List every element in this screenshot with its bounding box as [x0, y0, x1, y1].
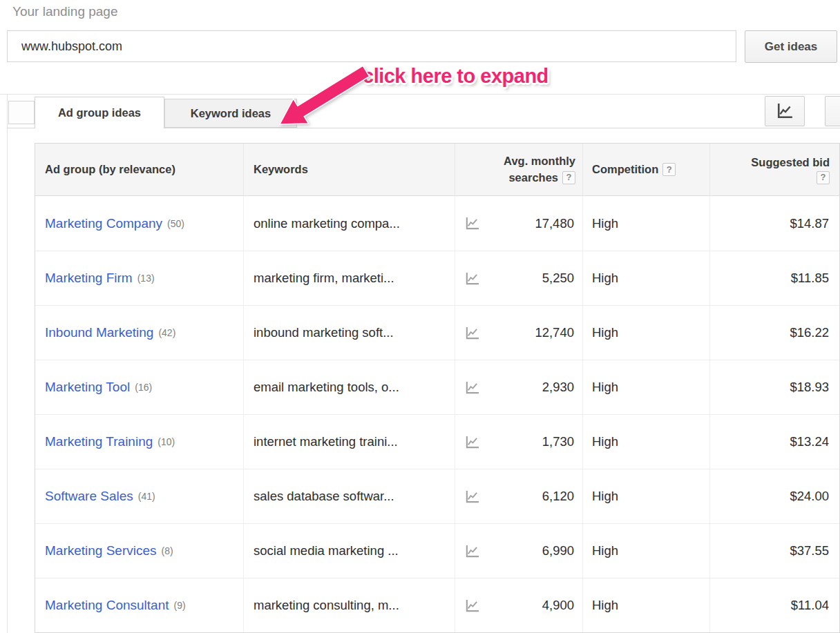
trend-chart-icon[interactable]: [464, 544, 481, 558]
keywords-cell: online marketing compa...: [244, 196, 455, 251]
trend-chart-icon[interactable]: [464, 216, 481, 231]
keyword-count: (8): [162, 545, 173, 556]
searches-value: 2,930: [542, 380, 574, 395]
bid-value: $37.55: [790, 543, 829, 558]
ad-group-cell: Software Sales (41): [35, 469, 244, 523]
ad-group-cell: Marketing Firm (13): [35, 251, 244, 305]
avg-monthly-searches-cell: 6,990: [455, 524, 583, 578]
keywords-text: online marketing compa...: [254, 216, 400, 231]
bid-value: $16.22: [790, 325, 829, 340]
bid-value: $14.87: [790, 216, 829, 231]
keywords-text: marketing consulting, m...: [254, 598, 399, 613]
keywords-text: marketing firm, marketi...: [254, 271, 394, 286]
ad-group-cell: Inbound Marketing (42): [35, 306, 244, 360]
help-icon[interactable]: ?: [562, 171, 575, 184]
keywords-cell: sales database softwar...: [244, 469, 455, 523]
trend-chart-icon[interactable]: [464, 489, 481, 504]
ad-group-link[interactable]: Marketing Company: [45, 216, 162, 231]
searches-value: 4,900: [542, 598, 574, 613]
avg-monthly-searches-cell: 5,250: [455, 251, 583, 305]
annotation-arrow-icon: [275, 66, 372, 131]
avg-monthly-searches-cell: 12,740: [455, 306, 583, 360]
trend-chart-icon[interactable]: [464, 326, 481, 340]
table-row: Software Sales (41) sales database softw…: [35, 469, 839, 523]
avg-monthly-searches-cell: 2,930: [455, 360, 583, 414]
trend-chart-icon[interactable]: [464, 435, 481, 449]
help-icon[interactable]: ?: [817, 171, 830, 184]
searches-value: 5,250: [542, 271, 574, 286]
bid-value: $18.93: [790, 380, 829, 395]
ad-group-link[interactable]: Marketing Training: [45, 434, 153, 449]
trend-chart-icon[interactable]: [464, 380, 481, 395]
secondary-toolbar-button[interactable]: [825, 96, 840, 126]
table-row: Marketing Training (10) internet marketi…: [35, 414, 839, 469]
keywords-text: internet marketing traini...: [254, 434, 398, 449]
table-header-row: Ad group (by relevance) Keywords Avg. mo…: [35, 144, 839, 196]
ad-group-link[interactable]: Marketing Firm: [45, 271, 133, 286]
searches-value: 6,120: [542, 489, 574, 504]
competition-cell: High: [583, 360, 710, 414]
searches-value: 12,740: [535, 325, 574, 340]
keywords-cell: marketing firm, marketi...: [244, 251, 455, 305]
avg-monthly-line2: searches: [508, 170, 558, 186]
competition-value: High: [592, 543, 618, 558]
avg-monthly-searches-cell: 4,900: [455, 578, 583, 632]
column-header-keywords[interactable]: Keywords: [244, 144, 455, 195]
keywords-cell: inbound marketing soft...: [244, 306, 455, 360]
column-header-ad-group[interactable]: Ad group (by relevance): [35, 144, 244, 195]
keywords-text: email marketing tools, o...: [254, 380, 399, 395]
chart-toggle-button[interactable]: [765, 96, 805, 126]
ad-group-link[interactable]: Marketing Consultant: [45, 598, 169, 613]
searches-value: 17,480: [535, 216, 574, 231]
column-header-avg-monthly-searches[interactable]: Avg. monthly searches ?: [455, 144, 583, 195]
collapsed-side-tab[interactable]: [8, 101, 35, 124]
competition-cell: High: [583, 415, 710, 469]
column-header-suggested-bid[interactable]: Suggested bid ?: [710, 144, 839, 195]
trend-chart-icon[interactable]: [464, 271, 481, 286]
table-row: Marketing Company (50) online marketing …: [35, 196, 839, 251]
avg-monthly-searches-cell: 17,480: [455, 196, 583, 251]
suggested-bid-cell: $11.85: [710, 251, 839, 305]
table-row: Marketing Consultant (9) marketing consu…: [35, 578, 839, 632]
get-ideas-button[interactable]: Get ideas: [745, 30, 837, 63]
suggested-bid-cell: $24.00: [710, 469, 839, 523]
competition-value: High: [592, 216, 618, 231]
competition-label: Competition: [592, 163, 658, 176]
ad-group-cell: Marketing Consultant (9): [35, 578, 244, 632]
ad-group-cell: Marketing Training (10): [35, 415, 244, 469]
competition-value: High: [592, 598, 618, 613]
keywords-text: inbound marketing soft...: [254, 325, 394, 340]
landing-page-input[interactable]: [7, 30, 736, 62]
competition-cell: High: [583, 251, 710, 305]
ad-group-link[interactable]: Marketing Services: [45, 543, 157, 558]
keyword-count: (16): [135, 382, 152, 393]
ad-group-link[interactable]: Inbound Marketing: [45, 325, 153, 340]
keywords-cell: marketing consulting, m...: [244, 578, 455, 632]
keyword-count: (9): [174, 600, 186, 611]
trend-chart-icon: [775, 103, 794, 119]
suggested-bid-cell: $11.04: [710, 578, 839, 632]
help-icon[interactable]: ?: [662, 163, 676, 176]
tab-ad-group-ideas[interactable]: Ad group ideas: [35, 97, 164, 128]
tab-ad-group-ideas-label: Ad group ideas: [58, 106, 141, 119]
keyword-count: (10): [158, 436, 175, 447]
avg-monthly-searches-cell: 6,120: [455, 469, 583, 523]
avg-monthly-line1: Avg. monthly: [504, 153, 575, 170]
ad-group-cell: Marketing Company (50): [35, 196, 244, 251]
competition-cell: High: [583, 469, 710, 523]
bid-value: $11.85: [791, 271, 829, 286]
keywords-cell: social media marketing ...: [244, 524, 455, 578]
suggested-bid-cell: $18.93: [710, 360, 839, 414]
keyword-results-table: Ad group (by relevance) Keywords Avg. mo…: [35, 143, 840, 633]
keywords-text: social media marketing ...: [254, 543, 399, 558]
column-header-competition[interactable]: Competition ?: [583, 144, 710, 195]
competition-cell: High: [583, 524, 710, 578]
bid-value: $11.04: [791, 598, 829, 613]
suggested-bid-cell: $37.55: [710, 524, 839, 578]
ad-group-link[interactable]: Marketing Tool: [45, 380, 130, 395]
annotation-click-here-to-expand: click here to expand: [363, 65, 548, 88]
ad-group-link[interactable]: Software Sales: [45, 489, 133, 504]
competition-value: High: [592, 489, 618, 504]
trend-chart-icon[interactable]: [464, 598, 481, 613]
keyword-count: (41): [138, 491, 155, 502]
